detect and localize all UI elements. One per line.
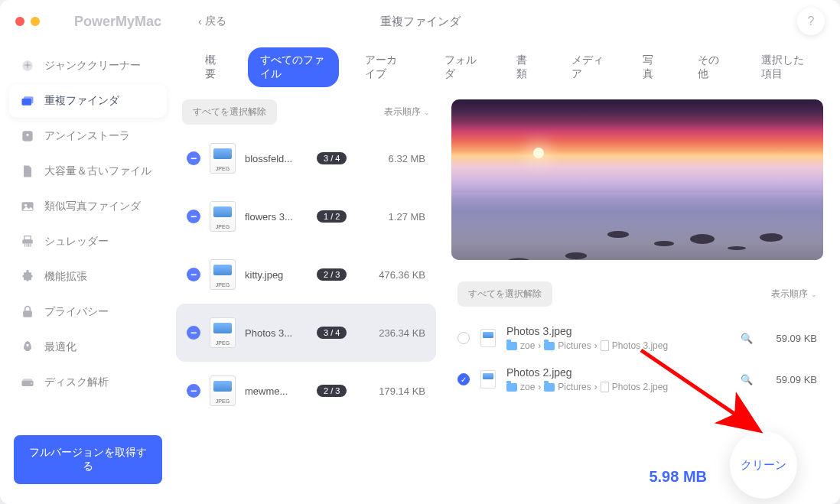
sort-label: 表示順序 bbox=[384, 106, 421, 119]
sidebar-item-optimize[interactable]: 最適化 bbox=[9, 330, 167, 364]
app-icon bbox=[20, 128, 35, 144]
close-window-icon[interactable] bbox=[15, 17, 24, 26]
sidebar-item-uninstaller[interactable]: アンインストーラ bbox=[9, 119, 167, 153]
jpeg-file-icon: JPEG bbox=[210, 201, 236, 232]
sidebar-item-label: ジャンククリーナー bbox=[44, 59, 141, 73]
back-label: 戻る bbox=[205, 15, 226, 28]
tab-media[interactable]: メディア bbox=[559, 47, 617, 87]
group-name: Photos 3... bbox=[245, 327, 308, 339]
collapse-icon[interactable]: − bbox=[187, 268, 200, 281]
jpeg-file-icon bbox=[480, 370, 496, 389]
puzzle-icon bbox=[20, 269, 35, 285]
group-row[interactable]: − JPEG Photos 3... 3 / 4 236.34 KB bbox=[176, 304, 436, 362]
jpeg-file-icon: JPEG bbox=[210, 143, 236, 174]
sidebar-item-label: 類似写真ファインダ bbox=[44, 200, 141, 213]
folder-icon bbox=[506, 383, 517, 392]
tab-documents[interactable]: 書類 bbox=[504, 47, 545, 87]
back-button[interactable]: ‹ 戻る bbox=[198, 15, 226, 28]
count-badge: 2 / 3 bbox=[317, 385, 347, 397]
collapse-icon[interactable]: − bbox=[187, 384, 200, 398]
tab-folders[interactable]: フォルダ bbox=[432, 47, 490, 87]
minimize-window-icon[interactable] bbox=[31, 17, 40, 26]
rocket-icon bbox=[20, 340, 35, 355]
sidebar-item-disk-analysis[interactable]: ディスク解析 bbox=[9, 366, 167, 399]
tab-other[interactable]: その他 bbox=[685, 47, 735, 87]
sidebar-item-similar-photos[interactable]: 類似写真ファインダ bbox=[9, 190, 167, 223]
group-row[interactable]: − JPEG mewme... 2 / 3 179.14 KB bbox=[176, 362, 436, 420]
image-icon bbox=[20, 199, 35, 214]
tab-photos[interactable]: 写真 bbox=[630, 47, 672, 87]
window-controls[interactable] bbox=[15, 17, 40, 26]
file-row[interactable]: Photos 3.jpeg zoe › Pictures › Photo bbox=[451, 317, 823, 359]
sidebar-item-extensions[interactable]: 機能拡張 bbox=[9, 260, 167, 294]
group-size: 179.14 KB bbox=[356, 385, 425, 397]
sidebar-item-privacy[interactable]: プライバシー bbox=[9, 295, 167, 329]
help-button[interactable]: ? bbox=[797, 8, 825, 35]
detail-deselect-all-button[interactable]: すべてを選択解除 bbox=[457, 281, 552, 307]
svg-point-5 bbox=[24, 204, 27, 206]
sidebar-item-shredder[interactable]: シュレッダー bbox=[9, 225, 167, 259]
svg-rect-7 bbox=[23, 311, 32, 317]
sort-order-button[interactable]: 表示順序 ⌄ bbox=[384, 106, 430, 119]
sidebar-item-label: シュレッダー bbox=[44, 235, 109, 249]
group-name: blossfeld... bbox=[245, 153, 308, 164]
detail-sort-button[interactable]: 表示順序 ⌄ bbox=[771, 288, 817, 301]
collapse-icon[interactable]: − bbox=[187, 151, 200, 165]
filter-tabs: 概要 すべてのファイル アーカイブ フォルダ 書類 メディア 写真 その他 選択… bbox=[176, 43, 840, 99]
jpeg-file-icon bbox=[480, 329, 496, 347]
sidebar-item-label: 機能拡張 bbox=[44, 270, 87, 284]
sparkle-icon bbox=[20, 58, 35, 73]
sidebar-item-duplicate-finder[interactable]: 重複ファインダ bbox=[9, 84, 167, 118]
group-size: 6.32 MB bbox=[356, 153, 425, 164]
sidebar-item-label: 大容量＆古いファイル bbox=[44, 164, 151, 178]
file-path: zoe › Pictures › Photos 3.jpeg bbox=[506, 340, 730, 351]
shredder-icon bbox=[20, 234, 35, 249]
folder-icon bbox=[544, 342, 555, 350]
file-checkbox[interactable]: ✓ bbox=[457, 373, 470, 385]
file-row[interactable]: ✓ Photos 2.jpeg zoe › Pictures bbox=[451, 359, 823, 400]
tab-all-files[interactable]: すべてのファイル bbox=[248, 47, 339, 87]
sidebar-item-junk-cleaner[interactable]: ジャンククリーナー bbox=[9, 49, 167, 83]
preview-sun bbox=[533, 148, 544, 158]
duplicate-file-list: Photos 3.jpeg zoe › Pictures › Photo bbox=[451, 317, 823, 449]
reveal-in-finder-icon[interactable]: 🔍 bbox=[741, 333, 753, 344]
collapse-icon[interactable]: − bbox=[187, 210, 200, 223]
tab-overview[interactable]: 概要 bbox=[193, 47, 234, 87]
group-row[interactable]: − JPEG kitty.jpeg 2 / 3 476.36 KB bbox=[176, 245, 436, 304]
disk-icon bbox=[20, 375, 35, 390]
help-icon: ? bbox=[808, 15, 815, 28]
tab-archives[interactable]: アーカイブ bbox=[353, 47, 418, 87]
jpeg-file-icon: JPEG bbox=[210, 376, 236, 406]
svg-rect-2 bbox=[24, 96, 34, 103]
sidebar-item-large-old-files[interactable]: 大容量＆古いファイル bbox=[9, 154, 167, 188]
sort-label: 表示順序 bbox=[771, 288, 808, 301]
folder-icon bbox=[506, 342, 517, 350]
full-version-button[interactable]: フルバージョンを取得する bbox=[14, 435, 162, 484]
file-name: Photos 3.jpeg bbox=[506, 325, 730, 337]
chevron-down-icon: ⌄ bbox=[811, 291, 817, 298]
deselect-all-button[interactable]: すべてを選択解除 bbox=[182, 99, 277, 125]
reveal-in-finder-icon[interactable]: 🔍 bbox=[741, 374, 753, 385]
chevron-left-icon: ‹ bbox=[198, 15, 202, 28]
folder-icon bbox=[544, 383, 555, 392]
sidebar-item-label: アンインストーラ bbox=[44, 129, 130, 143]
file-checkbox[interactable] bbox=[457, 332, 470, 344]
group-name: flowers 3... bbox=[245, 211, 308, 223]
group-row[interactable]: − JPEG flowers 3... 1 / 2 1.27 MB bbox=[176, 187, 436, 245]
svg-rect-6 bbox=[22, 240, 32, 244]
sidebar-item-label: プライバシー bbox=[44, 305, 109, 319]
sidebar-item-label: ディスク解析 bbox=[44, 376, 109, 389]
collapse-icon[interactable]: − bbox=[187, 326, 200, 340]
svg-point-8 bbox=[26, 344, 28, 346]
file-name: Photos 2.jpeg bbox=[506, 366, 730, 379]
file-path: zoe › Pictures › Photos 2.jpeg bbox=[506, 382, 730, 392]
group-name: mewme... bbox=[245, 385, 308, 397]
group-row[interactable]: − JPEG blossfeld... 3 / 4 6.32 MB bbox=[176, 129, 436, 187]
file-icon bbox=[601, 382, 609, 392]
lock-icon bbox=[20, 304, 35, 320]
file-size: 59.09 KB bbox=[763, 333, 817, 344]
jpeg-file-icon: JPEG bbox=[210, 259, 236, 290]
tab-selected[interactable]: 選択した項目 bbox=[749, 47, 823, 87]
file-icon bbox=[601, 340, 609, 351]
group-size: 476.36 KB bbox=[356, 269, 425, 281]
